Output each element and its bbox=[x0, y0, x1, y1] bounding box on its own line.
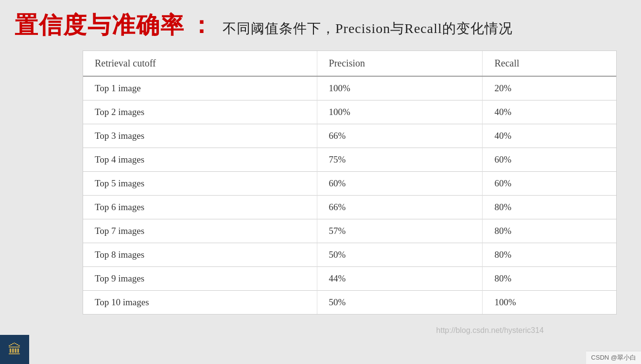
title-chinese: 置信度与准确率 bbox=[15, 10, 185, 41]
cell-recall: 20% bbox=[483, 76, 616, 100]
cell-recall: 80% bbox=[483, 243, 616, 267]
table-row: Top 4 images75%60% bbox=[83, 148, 616, 172]
cell-cutoff: Top 9 images bbox=[83, 267, 317, 291]
cell-recall: 40% bbox=[483, 100, 616, 124]
cell-precision: 44% bbox=[317, 267, 483, 291]
cell-precision: 50% bbox=[317, 243, 483, 267]
cell-recall: 100% bbox=[483, 291, 616, 314]
col-header-recall: Recall bbox=[483, 51, 616, 76]
page-container: 置信度与准确率 ： 不同阈值条件下，Precision与Recall的变化情况 … bbox=[0, 0, 641, 364]
title-subtitle: 不同阈值条件下，Precision与Recall的变化情况 bbox=[223, 19, 513, 38]
table-row: Top 9 images44%80% bbox=[83, 267, 616, 291]
table-row: Top 5 images60%60% bbox=[83, 172, 616, 196]
cell-cutoff: Top 8 images bbox=[83, 243, 317, 267]
title-colon: ： bbox=[190, 10, 213, 41]
cell-cutoff: Top 10 images bbox=[83, 291, 317, 314]
cell-recall: 80% bbox=[483, 196, 616, 219]
cell-precision: 50% bbox=[317, 291, 483, 314]
table-row: Top 7 images57%80% bbox=[83, 219, 616, 243]
table-row: Top 1 image100%20% bbox=[83, 76, 616, 100]
col-header-cutoff: Retrieval cutoff bbox=[83, 51, 317, 76]
table-row: Top 10 images50%100% bbox=[83, 291, 616, 314]
table-row: Top 6 images66%80% bbox=[83, 196, 616, 219]
cell-cutoff: Top 3 images bbox=[83, 124, 317, 148]
table-wrapper: Retrieval cutoff Precision Recall Top 1 … bbox=[83, 50, 617, 314]
cell-precision: 75% bbox=[317, 148, 483, 172]
logo-area: 🏛 bbox=[0, 335, 29, 364]
cell-cutoff: Top 2 images bbox=[83, 100, 317, 124]
table-header-row: Retrieval cutoff Precision Recall bbox=[83, 51, 616, 76]
cell-recall: 60% bbox=[483, 148, 616, 172]
cell-recall: 80% bbox=[483, 267, 616, 291]
cell-recall: 40% bbox=[483, 124, 616, 148]
title-section: 置信度与准确率 ： 不同阈值条件下，Precision与Recall的变化情况 bbox=[15, 10, 626, 41]
cell-cutoff: Top 7 images bbox=[83, 219, 317, 243]
table-row: Top 3 images66%40% bbox=[83, 124, 616, 148]
cell-recall: 60% bbox=[483, 172, 616, 196]
table-row: Top 8 images50%80% bbox=[83, 243, 616, 267]
col-header-precision: Precision bbox=[317, 51, 483, 76]
cell-precision: 66% bbox=[317, 124, 483, 148]
cell-precision: 66% bbox=[317, 196, 483, 219]
cell-cutoff: Top 4 images bbox=[83, 148, 317, 172]
logo-icon: 🏛 bbox=[8, 342, 21, 358]
cell-cutoff: Top 5 images bbox=[83, 172, 317, 196]
cell-precision: 100% bbox=[317, 100, 483, 124]
cell-cutoff: Top 1 image bbox=[83, 76, 317, 100]
table-row: Top 2 images100%40% bbox=[83, 100, 616, 124]
watermark: http://blog.csdn.net/hysteric314 bbox=[436, 326, 544, 335]
cell-precision: 57% bbox=[317, 219, 483, 243]
cell-precision: 100% bbox=[317, 76, 483, 100]
data-table: Retrieval cutoff Precision Recall Top 1 … bbox=[83, 51, 616, 314]
cell-precision: 60% bbox=[317, 172, 483, 196]
bottom-bar: CSDN @翠小白 bbox=[586, 351, 641, 364]
cell-recall: 80% bbox=[483, 219, 616, 243]
cell-cutoff: Top 6 images bbox=[83, 196, 317, 219]
